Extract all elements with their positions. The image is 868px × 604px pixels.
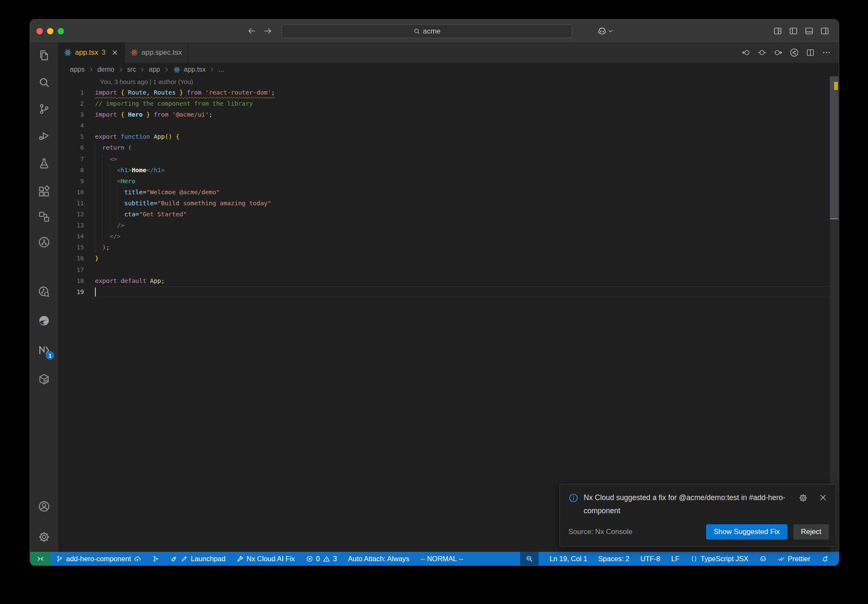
activity-bar-item-settings[interactable]	[30, 527, 58, 547]
explorer-icon	[38, 49, 50, 62]
status-bar-item--normal-[interactable]: -- NORMAL --	[420, 555, 463, 563]
breadcrumb[interactable]: appsdemosrcappapp.tsx...	[58, 63, 839, 76]
status-bar-item[interactable]	[760, 555, 767, 562]
editor-scrollbar[interactable]	[830, 76, 838, 552]
command-center-search[interactable]: acme	[281, 24, 572, 38]
code-line-15[interactable]: 15 );	[58, 242, 839, 253]
activity-bar-item-gitlens[interactable]	[30, 282, 58, 302]
code-line-3[interactable]: 3import { Hero } from '@acme/ui';	[58, 109, 839, 120]
zoom-window-button[interactable]	[58, 28, 64, 34]
code-line-text: title="Welcmoe @acme/demo"	[95, 187, 220, 198]
activity-bar-item-project-graph[interactable]	[30, 232, 58, 252]
activity-bar-item-search[interactable]	[30, 72, 58, 92]
minimize-window-button[interactable]	[47, 28, 53, 34]
status-bar-zoom-item[interactable]	[520, 552, 539, 565]
account-icon	[38, 500, 50, 513]
status-bar-item-prettier[interactable]: Prettier	[778, 555, 810, 563]
line-number: 6	[58, 142, 84, 153]
status-bar-item-ln-19-col-1[interactable]: Ln 19, Col 1	[550, 555, 587, 563]
status-bar-item-spaces-2[interactable]: Spaces: 2	[598, 555, 629, 563]
breadcrumb-file[interactable]: app.tsx	[184, 66, 206, 73]
breadcrumb-tail[interactable]: ...	[218, 66, 224, 73]
code-line-6[interactable]: 6 return (	[58, 142, 839, 153]
code-line-1[interactable]: 1import { Route, Routes } from 'react-ro…	[58, 87, 839, 98]
text-cursor	[95, 288, 96, 296]
close-window-button[interactable]	[36, 28, 43, 34]
testing-icon	[38, 157, 50, 170]
code-line-18[interactable]: 18export default App;	[58, 275, 839, 286]
status-bar-item-0[interactable]: 03	[306, 555, 337, 563]
activity-bar-item-run-debug[interactable]	[30, 126, 58, 146]
activity-bar-item-explorer[interactable]	[30, 45, 58, 66]
code-editor[interactable]: You, 3 hours ago | 1 author (You) 1impor…	[58, 76, 839, 552]
activity-bar-item-extensions[interactable]	[30, 182, 58, 202]
activity-bar-item-remote-explorer[interactable]	[30, 207, 58, 227]
tab-app.tsx[interactable]: app.tsx3	[58, 42, 125, 63]
code-line-8[interactable]: 8 <h1>Home</h1>	[58, 165, 839, 176]
code-line-5[interactable]: 5export function App() {	[58, 131, 839, 142]
scrollbar-slider[interactable]	[830, 76, 838, 219]
code-line-12[interactable]: 12 cta="Get Started"	[58, 209, 839, 220]
toggle-sidebar-icon[interactable]	[789, 26, 798, 36]
status-bar-item-add-hero-component[interactable]: add-hero-component	[56, 555, 141, 563]
tab-bar: app.tsx3app.spec.tsx	[58, 42, 839, 63]
activity-bar-item-source-control[interactable]	[30, 99, 58, 119]
breadcrumb-item[interactable]: src	[127, 66, 136, 73]
nx-graph-icon[interactable]	[790, 48, 799, 57]
notification-settings-icon[interactable]	[798, 493, 808, 503]
gitlens-forward-icon[interactable]	[773, 48, 783, 57]
code-line-text: subtitle="Build something amazing today"	[95, 198, 271, 209]
navigate-back-button[interactable]	[247, 26, 256, 36]
code-line-17[interactable]: 17	[58, 264, 839, 275]
status-bar-item-lf[interactable]: LF	[671, 555, 679, 563]
code-line-13[interactable]: 13 />	[58, 220, 839, 231]
gitlens-current-icon[interactable]	[757, 48, 767, 57]
toggle-secondary-sidebar-icon[interactable]	[820, 26, 829, 36]
code-line-7[interactable]: 7 <>	[58, 154, 839, 165]
copilot-icon[interactable]	[597, 26, 607, 36]
code-line-9[interactable]: 9 <Hero	[58, 176, 839, 187]
code-line-2[interactable]: 2// importing the component from the lib…	[58, 98, 839, 109]
reject-button[interactable]: Reject	[793, 524, 829, 540]
close-tab-icon[interactable]	[111, 49, 118, 56]
code-line-10[interactable]: 10 title="Welcmoe @acme/demo"	[58, 187, 839, 198]
react-icon	[131, 49, 138, 56]
more-actions-icon[interactable]	[822, 48, 831, 57]
customize-layout-icon[interactable]	[773, 26, 782, 36]
tab-app.spec.tsx[interactable]: app.spec.tsx	[125, 42, 188, 63]
activity-bar-item-edge-browser[interactable]	[30, 310, 58, 331]
status-bar-item-nx-cloud-ai-fix[interactable]: Nx Cloud AI Fix	[236, 555, 295, 563]
breadcrumb-item[interactable]: apps	[70, 66, 85, 73]
activity-bar-item-testing[interactable]	[30, 154, 58, 174]
code-line-4[interactable]: 4	[58, 120, 839, 131]
line-number: 18	[58, 275, 84, 286]
status-bar-item-utf-8[interactable]: UTF-8	[640, 555, 660, 563]
code-line-14[interactable]: 14 </>	[58, 231, 839, 242]
remote-indicator[interactable]	[30, 552, 50, 565]
gitlens-back-icon[interactable]	[741, 48, 751, 57]
breadcrumb-item[interactable]: app	[149, 66, 160, 73]
remote-icon	[36, 555, 45, 563]
code-line-11[interactable]: 11 subtitle="Build something amazing tod…	[58, 198, 839, 209]
code-line-16[interactable]: 16}	[58, 253, 839, 264]
chevron-down-icon[interactable]	[608, 28, 613, 34]
chevron-right-icon	[118, 67, 124, 73]
show-suggested-fix-button[interactable]: Show Suggested Fix	[706, 524, 787, 540]
activity-bar-item-containers[interactable]	[30, 369, 58, 389]
status-bar-item[interactable]	[152, 555, 159, 562]
scrollbar-divider	[830, 218, 838, 219]
toggle-panel-icon[interactable]	[804, 26, 814, 36]
navigate-forward-button[interactable]	[263, 26, 273, 36]
status-bar-item-typescript-jsx[interactable]: TypeScript JSX	[690, 555, 748, 563]
notification-source: Source: Nx Console	[568, 528, 632, 536]
breadcrumb-item[interactable]: demo	[97, 66, 114, 73]
code-line-19[interactable]: 19	[58, 286, 839, 297]
split-editor-icon[interactable]	[806, 48, 815, 57]
status-bar-item-launchpad[interactable]: Launchpad	[170, 555, 225, 563]
activity-bar-item-nx-console[interactable]: 1	[30, 340, 58, 361]
activity-bar-item-account[interactable]	[30, 496, 58, 517]
notification-close-icon[interactable]	[819, 493, 827, 502]
warning-icon	[323, 555, 330, 562]
status-bar-item-auto-attach-always[interactable]: Auto Attach: Always	[348, 555, 409, 563]
status-bar-item[interactable]	[821, 555, 829, 562]
